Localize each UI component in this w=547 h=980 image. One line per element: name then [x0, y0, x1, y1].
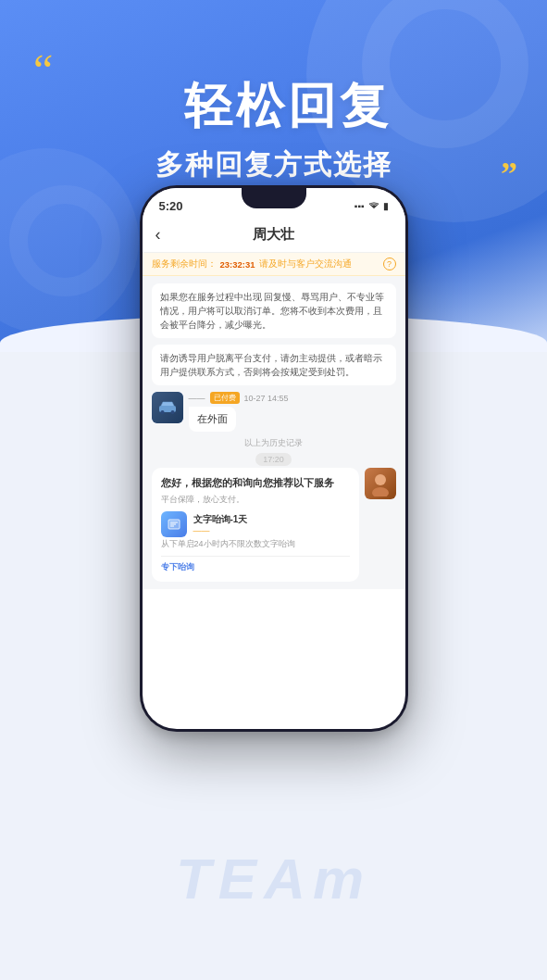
quote-right-icon: ”: [501, 155, 519, 194]
service-desc: 从下单启24小时内不限次数文字咍询: [161, 539, 350, 550]
svg-point-2: [170, 410, 174, 414]
service-icon: [161, 511, 187, 537]
rec-avatar: [365, 468, 396, 499]
chat-area: 如果您在服务过程中出现 回复慢、辱骂用户、不专业等情况，用户将可以取消订单。您将…: [143, 276, 405, 589]
sys-msg-2-text: 请勿诱导用户脱离平台支付，请勿主动提供，或者暗示用户提供联系方式，否则将会按规定…: [160, 353, 382, 377]
nav-title: 周大壮: [253, 226, 294, 244]
system-message-1: 如果您在服务过程中出现 回复慢、辱骂用户、不专业等情况，用户将可以取消订单。您将…: [152, 283, 396, 338]
message-content: —— 已付费 10-27 14:55 在外面: [189, 392, 396, 432]
recommendation-card: 您好，根据您的和询向您推荐以下服务 平台保障，放心支付。: [152, 468, 359, 582]
chat-message: —— 已付费 10-27 14:55 在外面: [152, 392, 396, 432]
service-item: 文字咍询-1天 ——: [161, 511, 350, 537]
hero-text-section: 轻松回复 多种回复方式选择 ”: [0, 0, 547, 184]
message-meta: —— 已付费 10-27 14:55: [189, 392, 396, 404]
phone-mockup: 5:20 ▪▪▪ ▮ ‹ 周大壮: [140, 185, 408, 732]
rec-sub: 平台保障，放心支付。: [161, 494, 350, 506]
phone-screen: 5:20 ▪▪▪ ▮ ‹ 周大壮: [143, 188, 405, 729]
status-icons: ▪▪▪ ▮: [354, 200, 389, 211]
svg-point-7: [375, 474, 386, 485]
warning-time: 23:32:31: [220, 259, 255, 270]
message-time: 10-27 14:55: [244, 394, 289, 403]
signal-icon: ▪▪▪: [354, 201, 365, 211]
history-divider: 以上为历史记录: [152, 437, 396, 449]
team-text: TEAm: [176, 846, 371, 911]
service-name: 文字咍询-1天: [193, 513, 350, 526]
time-divider: 17:20: [152, 455, 396, 464]
rec-title: 您好，根据您的和询向您推荐以下服务: [161, 476, 350, 490]
time-divider-label: 17:20: [255, 453, 292, 466]
quote-left-icon: “: [33, 48, 53, 93]
status-time: 5:20: [159, 199, 183, 213]
service-info: 文字咍询-1天 ——: [193, 513, 350, 535]
user-name: ——: [189, 394, 205, 403]
consult-button[interactable]: 专下咍询: [161, 556, 350, 573]
svg-point-8: [372, 487, 389, 496]
back-button[interactable]: ‹: [155, 225, 161, 245]
service-price: ——: [193, 526, 350, 535]
svg-point-1: [160, 410, 164, 414]
system-message-2: 请勿诱导用户脱离平台支付，请勿主动提供，或者暗示用户提供联系方式，否则将会按规定…: [152, 345, 396, 385]
battery-icon: ▮: [383, 201, 389, 211]
recommendation-row: 您好，根据您的和询向您推荐以下服务 平台保障，放心支付。: [152, 468, 396, 582]
warning-label: 服务剩余时间：: [152, 258, 217, 270]
bottom-section: TEAm: [0, 776, 547, 980]
team-logo: TEAm: [176, 846, 371, 911]
hero-title: 轻松回复: [37, 56, 510, 139]
message-bubble: 在外面: [189, 407, 236, 432]
warning-help-icon[interactable]: ?: [383, 258, 396, 270]
user-avatar: [152, 392, 183, 423]
deco-circle-2: [9, 185, 120, 296]
wifi-icon: [368, 200, 379, 211]
nav-bar: ‹ 周大壮: [143, 218, 405, 253]
sys-msg-1-text: 如果您在服务过程中出现 回复慢、辱骂用户、不专业等情况，用户将可以取消订单。您将…: [160, 292, 385, 330]
warning-text: 请及时与客户交流沟通: [259, 258, 352, 270]
paid-badge: 已付费: [210, 392, 240, 404]
phone-notch: [242, 188, 306, 208]
phone-outer-shell: 5:20 ▪▪▪ ▮ ‹ 周大壮: [140, 185, 408, 732]
warning-banner: 服务剩余时间： 23:32:31 请及时与客户交流沟通 ?: [143, 253, 405, 276]
hero-subtitle: 多种回复方式选择 ”: [37, 146, 510, 184]
